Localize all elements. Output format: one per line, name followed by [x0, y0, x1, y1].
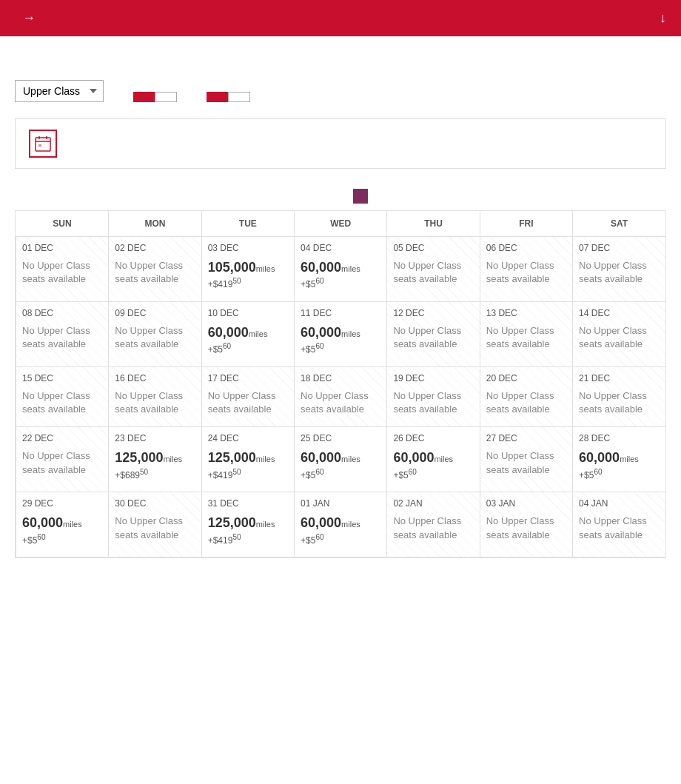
table-row: 15 DECNo Upper Class seats available	[16, 366, 109, 426]
table-row: 07 DECNo Upper Class seats available	[573, 237, 665, 302]
price-display: 60,000miles+$560	[301, 515, 380, 546]
legend-swatch	[353, 189, 368, 204]
table-row: 05 DECNo Upper Class seats available	[387, 237, 480, 302]
table-row[interactable]: 03 DEC105,000miles+$41950	[201, 237, 294, 302]
price-display: 125,000miles+$68950	[115, 449, 195, 481]
pricing-toggle-group	[207, 92, 250, 102]
tax-amount: +$560	[301, 344, 323, 355]
no-availability-text: No Upper Class seats available	[22, 259, 102, 286]
refine-search-button[interactable]: ↓	[655, 10, 666, 26]
table-row[interactable]: 01 JAN60,000miles+$560	[295, 492, 387, 557]
table-row: 04 JANNo Upper Class seats available	[573, 492, 665, 557]
price-display: 60,000miles+$560	[301, 324, 380, 356]
table-row[interactable]: 11 DEC60,000miles+$560	[295, 301, 387, 366]
miles-label: miles	[620, 455, 639, 463]
miles-amount: 105,000	[208, 260, 256, 275]
no-availability-text: No Upper Class seats available	[393, 259, 473, 286]
tax-amount: +$560	[393, 470, 416, 480]
tax-amount: +$560	[208, 344, 231, 355]
pricing-filter	[207, 88, 250, 102]
calendar-row: 08 DECNo Upper Class seats available09 D…	[16, 301, 666, 366]
tax-amount: +$560	[579, 470, 602, 480]
no-availability-text: No Upper Class seats available	[579, 324, 660, 351]
cell-date-label: 09 DEC	[115, 308, 195, 318]
cell-date-label: 25 DEC	[301, 433, 380, 443]
stops-toggle-group	[133, 92, 177, 102]
cell-date-label: 10 DEC	[208, 308, 288, 318]
cell-date-label: 02 DEC	[115, 243, 195, 253]
table-row: 08 DECNo Upper Class seats available	[16, 301, 109, 366]
no-availability-text: No Upper Class seats available	[393, 515, 473, 541]
cell-date-label: 02 JAN	[393, 498, 473, 509]
calendar-day-header: TUE	[201, 211, 294, 237]
tax-amount: +$41950	[208, 535, 241, 546]
usd-button[interactable]	[207, 92, 228, 102]
miles-amount: 125,000	[115, 450, 163, 465]
table-row: 18 DECNo Upper Class seats available	[295, 366, 387, 426]
no-availability-text: No Upper Class seats available	[393, 324, 473, 351]
no-availability-text: No Upper Class seats available	[486, 324, 566, 351]
table-row[interactable]: 26 DEC60,000miles+$560	[387, 427, 480, 492]
calendar-icon	[29, 130, 57, 158]
no-availability-text: No Upper Class seats available	[486, 515, 566, 541]
cell-date-label: 06 DEC	[486, 243, 566, 253]
table-row: 27 DECNo Upper Class seats available	[480, 427, 572, 492]
cell-date-label: 31 DEC	[208, 498, 288, 509]
calendar-day-header: SUN	[16, 211, 109, 237]
table-row[interactable]: 28 DEC60,000miles+$560	[573, 427, 665, 492]
table-row[interactable]: 10 DEC60,000miles+$560	[201, 301, 294, 366]
price-display: 125,000miles+$41950	[208, 515, 288, 546]
cell-date-label: 26 DEC	[393, 433, 473, 443]
miles-amount: 125,000	[208, 450, 256, 465]
no-availability-text: No Upper Class seats available	[115, 515, 195, 541]
no-availability-text: No Upper Class seats available	[486, 259, 566, 286]
table-row: 19 DECNo Upper Class seats available	[387, 366, 480, 426]
route-arrow: →	[22, 10, 36, 26]
calendar-day-header: FRI	[480, 211, 572, 237]
cell-date-label: 29 DEC	[22, 498, 102, 509]
cell-date-label: 28 DEC	[579, 433, 660, 443]
price-display: 60,000miles+$560	[208, 324, 288, 356]
miles-label: miles	[249, 329, 268, 338]
table-row[interactable]: 31 DEC125,000miles+$41950	[201, 492, 294, 557]
tax-amount: +$560	[301, 279, 323, 289]
cell-date-label: 16 DEC	[115, 373, 195, 383]
calendar-body: 01 DECNo Upper Class seats available02 D…	[16, 237, 666, 557]
calendar-day-header: MON	[109, 211, 201, 237]
cell-date-label: 01 DEC	[22, 243, 102, 253]
price-display: 60,000miles+$560	[301, 449, 380, 481]
price-display: 60,000miles+$560	[301, 259, 380, 291]
miles-label: miles	[341, 520, 360, 529]
no-availability-text: No Upper Class seats available	[22, 449, 102, 476]
availability-alert	[15, 118, 666, 169]
table-row[interactable]: 25 DEC60,000miles+$560	[295, 427, 387, 492]
calendar: SUNMONTUEWEDTHUFRISAT 01 DECNo Upper Cla…	[15, 210, 666, 558]
no-availability-text: No Upper Class seats available	[486, 449, 566, 476]
table-row[interactable]: 23 DEC125,000miles+$68950	[109, 427, 201, 492]
price-display: 105,000miles+$41950	[208, 259, 288, 291]
miles-label: miles	[163, 455, 182, 463]
tax-amount: +$68950	[115, 470, 148, 480]
calendar-row: 29 DEC60,000miles+$56030 DECNo Upper Cla…	[16, 492, 666, 557]
miles-amount: 60,000	[301, 450, 341, 465]
calendar-day-header: THU	[387, 211, 480, 237]
cabin-select[interactable]: Upper Class	[15, 80, 104, 102]
table-row[interactable]: 29 DEC60,000miles+$560	[16, 492, 109, 557]
table-row: 14 DECNo Upper Class seats available	[573, 301, 665, 366]
stops-filter	[133, 88, 177, 102]
cell-date-label: 13 DEC	[486, 308, 566, 318]
no-availability-text: No Upper Class seats available	[115, 324, 195, 351]
cell-date-label: 18 DEC	[301, 373, 380, 383]
miles-button[interactable]	[228, 92, 250, 102]
table-row[interactable]: 04 DEC60,000miles+$560	[295, 237, 387, 302]
miles-amount: 60,000	[579, 450, 620, 465]
cabin-filter: Upper Class	[15, 76, 104, 102]
miles-amount: 125,000	[208, 515, 256, 530]
all-flights-button[interactable]	[133, 92, 155, 102]
cell-date-label: 05 DEC	[393, 243, 473, 253]
table-row[interactable]: 24 DEC125,000miles+$41950	[201, 427, 294, 492]
cell-date-label: 21 DEC	[579, 373, 660, 383]
calendar-day-header: WED	[295, 211, 387, 237]
calendar-nav	[307, 187, 331, 206]
direct-only-button[interactable]	[155, 92, 177, 102]
